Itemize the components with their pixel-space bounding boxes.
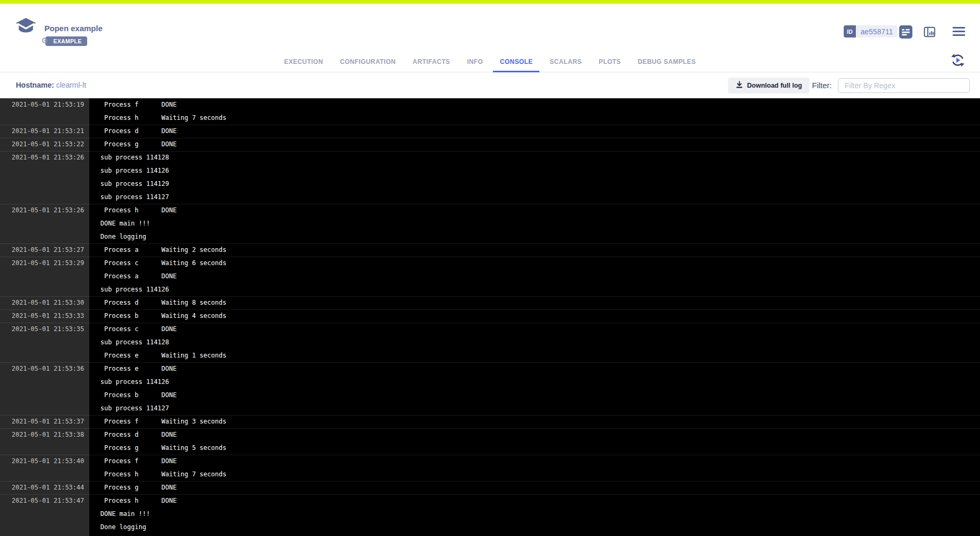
log-line: Done logging [89,230,980,243]
log-line: Process f DONE [89,98,980,111]
log-entry: 2021-05-01 21:53:40 Process f DONE Proce… [0,455,980,481]
log-timestamp: 2021-05-01 21:53:33 [0,309,89,323]
example-badge-label: EXAMPLE [53,38,82,44]
log-line: DONE main !!! [89,217,980,230]
log-entry-lines: Process f DONE Process h Waiting 7 secon… [89,98,980,125]
log-entry-lines: Process d Waiting 8 seconds [89,296,980,309]
log-entry-lines: Process h DONEDONE main !!!Done logging [89,204,980,243]
log-line: sub process 114126 [89,164,980,177]
log-entry: 2021-05-01 21:53:21 Process d DONE [0,125,980,138]
log-line: Process f DONE [89,455,980,468]
log-entry-lines: Process g DONE [89,481,980,494]
refresh-icon [949,62,966,70]
log-line: sub process 114127 [89,402,980,415]
id-label: ID [844,25,856,37]
log-line: Process h Waiting 7 seconds [89,111,980,125]
download-full-log-button[interactable]: Download full log [728,78,809,93]
log-line: sub process 114129 [89,177,980,191]
tab-configuration[interactable]: CONFIGURATION [333,52,403,72]
log-timestamp: 2021-05-01 21:53:44 [0,481,89,494]
log-timestamp: 2021-05-01 21:53:26 [0,204,89,243]
log-timestamp: 2021-05-01 21:53:35 [0,323,89,362]
tab-info[interactable]: INFO [460,52,490,72]
log-line: sub process 114128 [89,336,980,349]
log-entry-lines: Process d DONE [89,125,980,138]
log-entry: 2021-05-01 21:53:44 Process g DONE [0,481,980,494]
log-entry: 2021-05-01 21:53:27 Process a Waiting 2 … [0,243,980,257]
log-line: Process e DONE [89,362,980,375]
log-entry: 2021-05-01 21:53:29 Process c Waiting 6 … [0,257,980,296]
hostname-value: clearml-lt [56,81,86,89]
log-entry-lines: Process a Waiting 2 seconds [89,243,980,257]
log-timestamp: 2021-05-01 21:53:30 [0,296,89,309]
tab-console[interactable]: CONSOLE [493,52,539,72]
gear-icon: ⚙ [41,36,49,45]
tab-scalars[interactable]: SCALARS [543,52,589,72]
example-badge: ⚙EXAMPLE [45,36,87,46]
log-entry-lines: Process f Waiting 3 seconds [89,415,980,428]
log-timestamp: 2021-05-01 21:53:22 [0,138,89,151]
log-entry: 2021-05-01 21:53:35 Process c DONEsub pr… [0,323,980,362]
log-line: Process g Waiting 5 seconds [89,441,980,455]
log-line: Process g DONE [89,481,980,494]
log-entry-lines: sub process 114128sub process 114126sub … [89,151,980,204]
info-panel-button[interactable] [923,25,936,39]
experiment-id-chip[interactable]: ID ae558711 [844,25,898,37]
log-line: Process h Waiting 7 seconds [89,468,980,481]
log-entry-lines: Process c Waiting 6 seconds Process a DO… [89,257,980,296]
log-entry: 2021-05-01 21:53:36 Process e DONEsub pr… [0,362,980,415]
log-line: Process b Waiting 4 seconds [89,309,980,323]
log-entry: 2021-05-01 21:53:26 Process h DONEDONE m… [0,204,980,243]
log-line: Process d Waiting 8 seconds [89,296,980,309]
log-entry: 2021-05-01 21:53:26sub process 114128sub… [0,151,980,204]
download-icon [735,81,743,90]
log-entry-lines: Process g DONE [89,138,980,151]
log-line: Process h DONE [89,204,980,217]
menu-button[interactable] [953,27,965,36]
hostname-label: Hostname: [16,81,54,89]
hostname: Hostname: clearml-lt [16,81,86,89]
details-list-icon [899,32,912,40]
tab-execution[interactable]: EXECUTION [277,52,330,72]
tab-artifacts[interactable]: ARTIFACTS [406,52,457,72]
log-timestamp: 2021-05-01 21:53:21 [0,125,89,138]
log-line: DONE main !!! [89,507,980,521]
download-label: Download full log [747,82,802,89]
console-log[interactable]: 2021-05-01 21:53:19 Process f DONE Proce… [0,98,980,536]
log-entry-lines: Process b Waiting 4 seconds [89,309,980,323]
details-view-button[interactable] [899,25,912,39]
log-line: Process b DONE [89,389,980,402]
log-line: Process f Waiting 3 seconds [89,415,980,428]
log-entry-lines: Process c DONEsub process 114128 Process… [89,323,980,362]
log-timestamp: 2021-05-01 21:53:26 [0,151,89,204]
log-line: Process h DONE [89,494,980,507]
log-line: Process d DONE [89,428,980,441]
log-timestamp: 2021-05-01 21:53:47 [0,494,89,534]
log-line: Process a Waiting 2 seconds [89,243,980,257]
log-entry: 2021-05-01 21:53:19 Process f DONE Proce… [0,98,980,125]
task-logo-icon [14,17,38,39]
log-timestamp: 2021-05-01 21:53:38 [0,428,89,455]
filter-regex-input[interactable] [838,78,970,93]
clearml-app: PUBLISHED Popen example ⚙EXAMPLE ID ae55… [0,0,980,536]
tab-plots[interactable]: PLOTS [592,52,628,72]
log-timestamp: 2021-05-01 21:53:37 [0,415,89,428]
log-entry: 2021-05-01 21:53:37 Process f Waiting 3 … [0,415,980,428]
tab-debug-samples[interactable]: DEBUG SAMPLES [631,52,703,72]
console-toolbar: Hostname: clearml-lt Download full log F… [0,73,980,98]
log-entry-lines: Process e DONEsub process 114126 Process… [89,362,980,415]
log-line: Process a DONE [89,270,980,283]
auto-refresh-button[interactable] [949,52,967,70]
log-line: Process c DONE [89,323,980,336]
log-entry: 2021-05-01 21:53:33 Process b Waiting 4 … [0,309,980,323]
log-line: sub process 114126 [89,283,980,296]
log-line: Process c Waiting 6 seconds [89,257,980,270]
log-timestamp: 2021-05-01 21:53:19 [0,98,89,125]
log-line: Process d DONE [89,125,980,138]
split-panel-chart-icon [923,32,936,40]
log-timestamp: 2021-05-01 21:53:27 [0,243,89,257]
filter-label: Filter: [812,81,832,90]
log-line: sub process 114128 [89,151,980,164]
tab-bar: EXECUTIONCONFIGURATIONARTIFACTSINFOCONSO… [0,52,980,72]
log-entry: 2021-05-01 21:53:47 Process h DONEDONE m… [0,494,980,534]
